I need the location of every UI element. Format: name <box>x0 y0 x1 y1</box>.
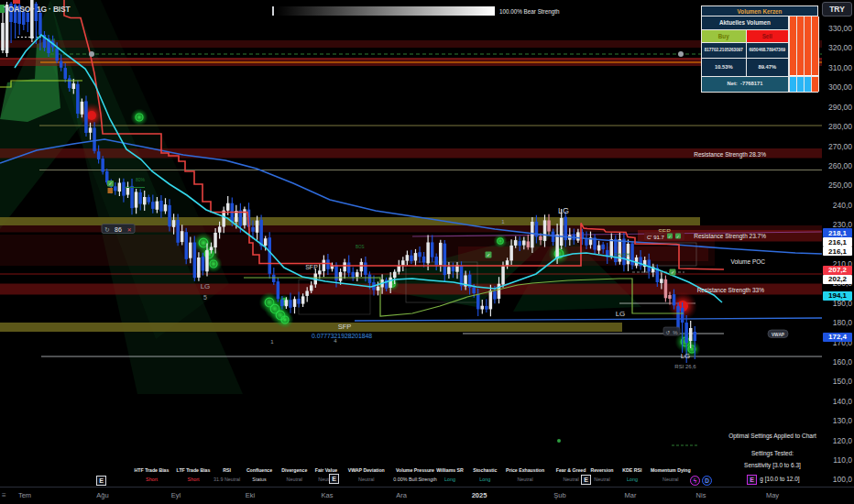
svg-text:CHoCH: CHoCH <box>614 252 630 257</box>
svg-text:80%: 80% <box>136 177 146 182</box>
svg-text:Volume POC: Volume POC <box>730 258 765 265</box>
svg-text:✓: ✓ <box>671 269 674 275</box>
svg-text:Resistance Strength 23.7%: Resistance Strength 23.7% <box>694 233 766 240</box>
svg-text:✓: ✓ <box>668 235 672 239</box>
svg-text:Resistance Strength 33%: Resistance Strength 33% <box>697 287 765 294</box>
svg-text:↺: ↺ <box>665 330 670 335</box>
svg-text:✕: ✕ <box>126 227 131 233</box>
svg-text:LG: LG <box>201 282 211 290</box>
svg-text:VWAP: VWAP <box>772 333 785 337</box>
svg-text:✓: ✓ <box>108 181 112 186</box>
svg-text:LG: LG <box>558 206 569 215</box>
svg-text:✓: ✓ <box>676 235 680 239</box>
svg-text:SFP: SFP <box>338 323 352 331</box>
svg-text:%: % <box>673 330 678 335</box>
svg-text:LG: LG <box>616 310 626 318</box>
svg-text:RSI 26,6: RSI 26,6 <box>674 364 696 369</box>
svg-text:5: 5 <box>203 294 207 301</box>
svg-text:BOS: BOS <box>356 245 365 249</box>
svg-text:✓: ✓ <box>487 252 490 257</box>
svg-text:0.0777321928201848: 0.0777321928201848 <box>312 333 372 339</box>
svg-text:86: 86 <box>115 226 122 233</box>
svg-text:C' 91.7: C' 91.7 <box>647 235 664 240</box>
svg-text:↻: ↻ <box>104 226 110 233</box>
svg-text:Resistance Strength 28.3%: Resistance Strength 28.3% <box>694 151 766 159</box>
svg-text:1: 1 <box>270 339 274 345</box>
svg-text:SFP: SFP <box>305 264 318 270</box>
svg-text:LG: LG <box>681 352 691 360</box>
